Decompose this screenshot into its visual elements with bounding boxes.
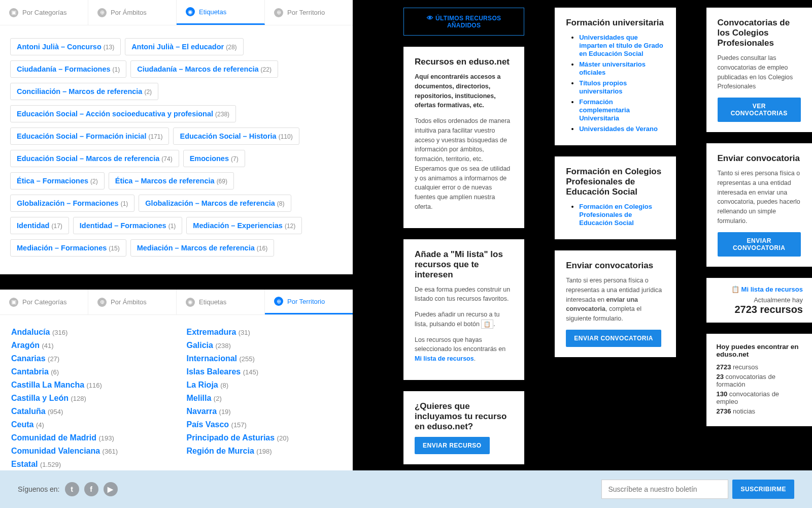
tab-por-categorias[interactable]: ▣Por Categorías [0,290,88,314]
card-text: Los recursos que hayas seleccionado los … [415,335,513,364]
card-enviar-convocatoria: Enviar convocatoria Tanto si eres person… [706,143,812,267]
card-text: Puedes añadir un recurso a tu lista, pul… [415,310,513,329]
tag-item[interactable]: Emociones (7) [183,150,245,167]
youtube-icon[interactable]: ▶ [104,482,118,496]
suscribirme-button[interactable]: SUSCRIBIRME [732,480,794,499]
tag-item[interactable]: Identidad (17) [10,217,69,234]
territory-item[interactable]: Comunidad de Madrid (193) [11,433,166,442]
globe-icon: ⊕ [274,8,283,17]
tag-item[interactable]: Globalización – Formaciones (1) [10,195,134,212]
link[interactable]: Formación complementaria Universitaria [579,98,630,122]
link[interactable]: Máster universitarios oficiales [579,60,646,76]
tag-item[interactable]: Antoni Julià – Concurso (13) [10,38,121,55]
link[interactable]: Universidades de Verano [579,125,658,133]
stats-row: 130 convocatorias de empleo [717,390,802,405]
tag-item[interactable]: Identidad – Formaciones (1) [73,217,183,234]
folder-icon: ▣ [9,8,18,17]
card-mi-lista: Añade a "Mi lista" los recursos que te i… [403,239,524,380]
tag-icon: ◉ [186,298,195,307]
tag-item[interactable]: Ética – Formaciones (2) [10,172,105,189]
tab-por-categorias[interactable]: ▣Por Categorías [0,0,88,25]
tag-item[interactable]: Educación Social – Acción socioeducativa… [10,105,236,122]
link[interactable]: Formación en Colegios Profesionales de E… [579,203,652,227]
territory-item[interactable]: Melilla (2) [186,394,341,403]
tab-por-territorio[interactable]: ⊕Por Territorio [265,0,353,25]
territory-item[interactable]: Principado de Asturias (20) [186,433,341,442]
mi-lista-link[interactable]: Mi lista de recursos [415,355,474,362]
card-text: Todos ellos ordenados de manera intuitiv… [415,116,513,212]
footer: Síguenos en: t f ▶ SUSCRIBIRME [0,470,812,508]
territory-item[interactable]: Islas Baleares (145) [186,367,341,376]
territory-item[interactable]: Internacional (255) [186,354,341,363]
territory-item[interactable]: Ceuta (4) [11,420,166,429]
enviar-convocatoria-button[interactable]: ENVIAR CONVOCATORIA [566,330,661,347]
territory-item[interactable]: Castilla y León (128) [11,394,166,403]
tag-icon: ◉ [186,7,195,16]
tags-panel: ▣Por Categorías ⊕Por Ámbitos ◉Etiquetas … [0,0,353,274]
tab-label: Por Territorio [287,298,325,305]
resource-count: 2723 recursos [716,304,803,315]
latest-label: ÚLTIMOS RECURSOS AÑADIDOS [435,15,501,29]
territory-item[interactable]: Canarias (27) [11,354,166,363]
tag-item[interactable]: Ciudadanía – Marcos de referencia (22) [130,60,278,78]
list-item: Formación en Colegios Profesionales de E… [579,202,664,227]
tab-por-ambitos[interactable]: ⊕Por Ámbitos [88,0,177,25]
tab-por-territorio[interactable]: ⊕Por Territorio [265,290,353,314]
tag-item[interactable]: Antoni Julià – El educador (28) [125,38,243,55]
card-title: Enviar convocatoria [718,153,801,164]
territory-item[interactable]: Navarra (19) [186,407,341,416]
tag-item[interactable]: Educación Social – Historia (110) [173,128,299,145]
tab-label: Por Categorías [22,9,66,16]
tag-item[interactable]: Conciliación – Marcos de referencia (2) [10,83,158,100]
newsletter-input[interactable] [601,480,728,499]
territory-item[interactable]: Región de Murcia (198) [186,447,341,456]
tab-etiquetas[interactable]: ◉Etiquetas [177,290,265,314]
card-text: Aquí encontraréis accesos a documentos, … [415,72,513,110]
link[interactable]: Títulos propios universitarios [579,79,627,95]
territory-item[interactable]: Comunidad Valenciana (361) [11,447,166,456]
stats-row: 23 convocatorias de formación [717,373,802,388]
territory-item[interactable]: País Vasco (157) [186,420,341,429]
globe-icon: ⊕ [274,297,283,306]
globe-icon: ⊕ [97,8,107,17]
tab-por-ambitos[interactable]: ⊕Por Ámbitos [88,290,177,314]
list-icon: 📋 [731,285,741,293]
tag-item[interactable]: Mediación – Experiencias (12) [186,217,302,234]
territory-item[interactable]: La Rioja (8) [186,380,341,390]
territory-item[interactable]: Cataluña (954) [11,407,166,416]
card-title: ¿Quieres que incluyamos tu recurso en ed… [415,401,513,432]
tag-item[interactable]: Ciudadanía – Formaciones (1) [10,60,126,78]
ver-convocatorias-button[interactable]: VER CONVOCATORIAS [718,98,801,122]
tab-etiquetas[interactable]: ◉Etiquetas [177,0,265,25]
mi-lista-link[interactable]: 📋 Mi lista de recursos [716,285,803,293]
card-include-resource: ¿Quieres que incluyamos tu recurso en ed… [403,391,524,464]
list-item: Universidades de Verano [579,124,664,133]
tabnav-territory: ▣Por Categorías ⊕Por Ámbitos ◉Etiquetas … [0,290,353,315]
territory-item[interactable]: Andalucía (316) [11,328,166,337]
tag-cloud: Antoni Julià – Concurso (13)Antoni Julià… [0,25,353,274]
tag-item[interactable]: Mediación – Formaciones (15) [10,239,126,257]
territory-item[interactable]: Aragón (41) [11,341,166,350]
territory-item[interactable]: Extremadura (31) [186,328,341,337]
tag-item[interactable]: Educación Social – Formación inicial (17… [10,128,169,145]
card-title: Formación universitaria [566,18,664,28]
tag-item[interactable]: Educación Social – Marcos de referencia … [10,150,179,167]
card-title: Convocatorias de los Colegios Profesiona… [718,18,801,48]
follow-us: Síguenos en: t f ▶ [18,482,118,496]
card-formacion-colegios: Formación en Colegios Profesionales de E… [555,156,675,239]
enviar-convocatoria-button[interactable]: ENVIAR CONVOCATORIA [718,232,801,257]
current-label: Actualmente hay [716,296,803,304]
twitter-icon[interactable]: t [65,482,79,496]
territory-item[interactable]: Cantabria (6) [11,367,166,376]
territory-item[interactable]: Galicia (238) [186,341,341,350]
facebook-icon[interactable]: f [84,482,98,496]
tag-item[interactable]: Mediación – Marcos de referencia (16) [130,239,274,257]
territory-item[interactable]: Estatal (1.529) [11,460,166,469]
tab-label: Etiquetas [199,298,226,306]
tag-item[interactable]: Globalización – Marcos de referencia (8) [139,195,291,212]
territory-item[interactable]: Castilla La Mancha (116) [11,380,166,390]
enviar-recurso-button[interactable]: ENVIAR RECURSO [415,437,490,454]
latest-resources-bar[interactable]: ÚLTIMOS RECURSOS AÑADIDOS [403,8,524,36]
tag-item[interactable]: Ética – Marcos de referencia (69) [109,172,234,189]
link[interactable]: Universidades que imparten el título de … [579,34,663,57]
